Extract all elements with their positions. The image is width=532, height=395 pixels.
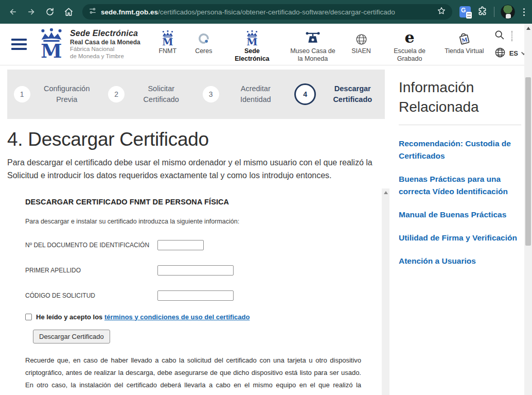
field-row-document-id: Nº DEL DOCUMENTO DE IDENTIFICACIÓN bbox=[25, 240, 361, 250]
step-1-circle: 1 bbox=[14, 86, 30, 102]
toolbar-actions: G bbox=[457, 5, 527, 19]
list-item: Buenas Prácticas para una correcta Vídeo… bbox=[399, 173, 521, 198]
related-info-sidebar: Información Relacionada Recomendación: C… bbox=[399, 65, 521, 395]
terms-row: He leído y acepto los términos y condici… bbox=[25, 313, 361, 321]
language-label: ES bbox=[509, 49, 518, 57]
first-surname-label: PRIMER APELLIDO bbox=[25, 267, 157, 274]
page-scroll-up-icon bbox=[526, 27, 530, 30]
extensions-puzzle-icon[interactable] bbox=[477, 6, 488, 19]
form-scrollbar[interactable] bbox=[382, 188, 389, 395]
step-2-solicitar-certificado: 2 Solicitar Certificado bbox=[102, 83, 197, 105]
nav-item-museo[interactable]: Museo Casa de la Moneda bbox=[287, 29, 339, 63]
nav-item-tienda[interactable]: M Tienda Virtual bbox=[445, 29, 484, 55]
page-content: 1 Configuración Previa 2 Solicitar Certi… bbox=[0, 65, 532, 395]
field-row-first-surname: PRIMER APELLIDO bbox=[25, 265, 361, 276]
kebab-menu-icon[interactable] bbox=[521, 6, 527, 18]
terms-checkbox[interactable] bbox=[25, 314, 32, 320]
certificate-download-form: DESCARGAR CERTIFICADO FNMT DE PERSONA FÍ… bbox=[18, 188, 389, 395]
main-column: 1 Configuración Previa 2 Solicitar Certi… bbox=[7, 65, 385, 395]
forward-icon[interactable] bbox=[23, 3, 40, 21]
escuela-e-icon: e bbox=[402, 29, 417, 46]
step-progress-bar: 1 Configuración Previa 2 Solicitar Certi… bbox=[7, 70, 385, 119]
sidebar-links: Recomendación: Custodia de Certificados … bbox=[399, 138, 521, 267]
nav-item-fnmt[interactable]: FNMT bbox=[154, 29, 181, 55]
nav-item-siaen[interactable]: SIAEN bbox=[348, 29, 375, 55]
url-text[interactable]: sede.fnmt.gob.es/certificados/persona-fi… bbox=[101, 8, 433, 16]
list-item: Manual de Buenas Prácticas bbox=[399, 209, 521, 221]
museo-coin-press-icon bbox=[305, 29, 321, 46]
logo-title: Sede Electrónica bbox=[70, 29, 140, 38]
hamburger-menu-icon[interactable] bbox=[11, 39, 27, 50]
tune-site-settings-icon[interactable] bbox=[88, 7, 97, 17]
step-2-circle: 2 bbox=[108, 86, 125, 102]
step-1-configuracion-previa: 1 Configuración Previa bbox=[7, 83, 102, 105]
page-scrollbar-thumb[interactable] bbox=[525, 77, 531, 246]
request-code-input[interactable] bbox=[157, 290, 234, 301]
fnmt-crown-m-icon bbox=[161, 29, 174, 46]
intro-paragraph: Para descargar el certificado debe usar … bbox=[7, 156, 385, 182]
list-item: Recomendación: Custodia de Certificados bbox=[399, 138, 521, 162]
step-3-acreditar-identidad: 3 Acreditar Identidad bbox=[196, 83, 291, 105]
sede-crown-m-icon bbox=[245, 29, 259, 46]
form-instructions: Para descargar e instalar su certificado… bbox=[25, 218, 361, 225]
form-note: Recuerde que, en caso de haber llevado a… bbox=[25, 354, 361, 395]
document-id-label: Nº DEL DOCUMENTO DE IDENTIFICACIÓN bbox=[25, 242, 157, 249]
list-item: Utilidad de Firma y Verificación bbox=[399, 232, 521, 244]
step-4-circle: 4 bbox=[294, 83, 316, 105]
home-icon[interactable] bbox=[60, 3, 77, 21]
document-id-input[interactable] bbox=[157, 240, 204, 250]
form-title: DESCARGAR CERTIFICADO FNMT DE PERSONA FÍ… bbox=[25, 198, 361, 206]
browser-window: sede.fnmt.gob.es/certificados/persona-fi… bbox=[0, 0, 532, 395]
page-title: 4. Descargar Certificado bbox=[7, 129, 385, 150]
header-tools: ES bbox=[494, 28, 525, 61]
sidebar-divider bbox=[399, 125, 521, 125]
star-bookmark-icon[interactable] bbox=[437, 6, 446, 18]
sidebar-link-video-identificacion[interactable]: Buenas Prácticas para una correcta Vídeo… bbox=[399, 175, 508, 196]
ceres-swirl-icon bbox=[197, 29, 210, 46]
tienda-bag-icon: M bbox=[456, 29, 472, 46]
step-4-descargar-certificado: 4 Descargar Certificado bbox=[291, 83, 385, 105]
nav-item-ceres[interactable]: Ceres bbox=[190, 29, 217, 55]
logo-subtitle1: Real Casa de la Moneda bbox=[70, 39, 140, 46]
translate-icon[interactable]: G bbox=[459, 6, 471, 18]
logo-subtitle2: Fábrica Nacional bbox=[70, 46, 140, 53]
terms-link[interactable]: términos y condiciones de uso del certif… bbox=[104, 313, 250, 321]
reload-icon[interactable] bbox=[41, 3, 59, 21]
field-row-request-code: CÓDIGO DE SOLICITUD bbox=[25, 290, 361, 301]
sidebar-title: Información Relacionada bbox=[399, 78, 521, 117]
browser-toolbar: sede.fnmt.gob.es/certificados/persona-fi… bbox=[0, 0, 532, 24]
list-item: Atención a Usuarios bbox=[399, 255, 521, 267]
address-bar[interactable]: sede.fnmt.gob.es/certificados/persona-fi… bbox=[82, 4, 452, 20]
svg-text:e: e bbox=[405, 30, 415, 46]
terms-text: He leído y acepto los bbox=[36, 313, 104, 321]
first-surname-input[interactable] bbox=[157, 265, 234, 276]
siaen-globe-icon bbox=[355, 29, 368, 46]
sidebar-link-custodia[interactable]: Recomendación: Custodia de Certificados bbox=[399, 139, 511, 160]
sidebar-link-utilidad-firma[interactable]: Utilidad de Firma y Verificación bbox=[399, 233, 517, 242]
nav-item-sede-electronica[interactable]: Sede Electrónica bbox=[226, 29, 278, 63]
nav-item-escuela[interactable]: e Escuela de Grabado bbox=[384, 29, 435, 63]
main-navigation: FNMT Ceres Sede Electrónica Museo Casa d… bbox=[150, 26, 489, 63]
url-path: /certificados/persona-fisica/obtener-cer… bbox=[158, 8, 395, 16]
site-header: Sede Electrónica Real Casa de la Moneda … bbox=[0, 24, 532, 65]
back-icon[interactable] bbox=[4, 3, 22, 21]
language-selector[interactable]: ES bbox=[494, 46, 525, 61]
search-icon[interactable] bbox=[494, 29, 505, 43]
dots-divider-icon bbox=[511, 31, 512, 41]
logo-subtitle3: de Moneda y Timbre bbox=[70, 53, 140, 60]
globe-language-icon bbox=[494, 46, 506, 61]
step-3-circle: 3 bbox=[203, 86, 219, 102]
sidebar-link-atencion-usuarios[interactable]: Atención a Usuarios bbox=[399, 256, 476, 265]
page-scrollbar[interactable] bbox=[524, 24, 532, 395]
profile-avatar[interactable] bbox=[501, 5, 515, 19]
fnmt-crown-m-logo-icon bbox=[38, 28, 65, 60]
url-domain: sede.fnmt.gob.es bbox=[101, 8, 158, 16]
site-logo-text: Sede Electrónica Real Casa de la Moneda … bbox=[70, 29, 140, 59]
request-code-label: CÓDIGO DE SOLICITUD bbox=[25, 292, 157, 299]
download-certificate-button[interactable]: Descargar Certificado bbox=[33, 330, 110, 344]
toolbar-divider bbox=[494, 7, 494, 17]
form-scroll-up-icon bbox=[384, 191, 388, 194]
sidebar-link-manual-buenas-practicas[interactable]: Manual de Buenas Prácticas bbox=[399, 210, 506, 219]
site-logo[interactable]: Sede Electrónica Real Casa de la Moneda … bbox=[38, 28, 140, 60]
